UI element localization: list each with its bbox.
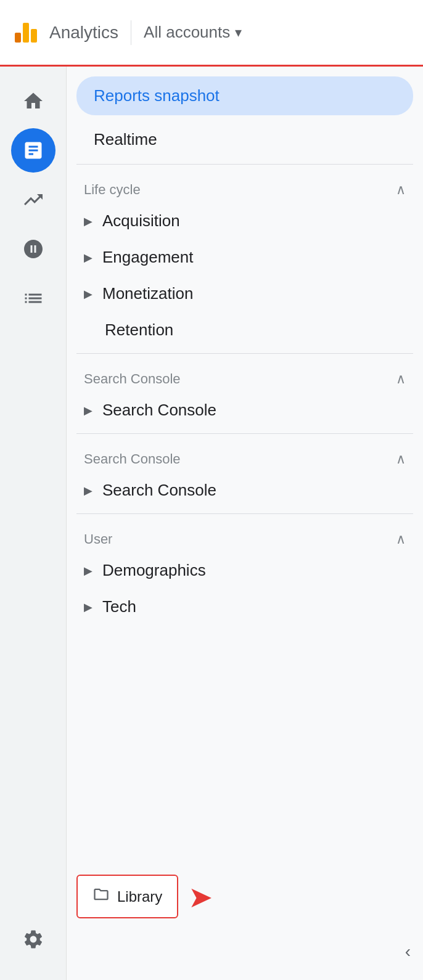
- monetization-arrow-icon: ▶: [84, 287, 92, 301]
- search-console-2-arrow-icon: ▶: [84, 484, 92, 497]
- search-console-2-label: Search Console: [102, 481, 216, 500]
- search-console-section-2-header[interactable]: Search Console ∧: [67, 439, 423, 472]
- bar-chart-icon: [22, 139, 44, 161]
- sidebar-item-home[interactable]: [11, 79, 55, 123]
- divider-2: [76, 353, 413, 354]
- library-label: Library: [117, 888, 162, 905]
- search-console-section-1-label: Search Console: [84, 371, 181, 387]
- search-console-section-2-label: Search Console: [84, 451, 181, 467]
- analytics-logo: [15, 23, 37, 43]
- logo-bar-tall: [23, 23, 29, 43]
- engagement-item[interactable]: ▶ Engagement: [67, 239, 423, 276]
- search-console-1-chevron-icon: ∧: [396, 371, 406, 387]
- header-divider: [131, 20, 131, 45]
- divider-1: [76, 164, 413, 165]
- acquisition-item[interactable]: ▶ Acquisition: [67, 203, 423, 239]
- red-arrow-icon: ➤: [188, 880, 213, 914]
- demographics-arrow-icon: ▶: [84, 564, 92, 578]
- home-icon: [22, 90, 44, 112]
- search-console-section-1-header[interactable]: Search Console ∧: [67, 359, 423, 392]
- sidebar-item-reports[interactable]: [11, 128, 55, 173]
- search-console-item-2[interactable]: ▶ Search Console: [67, 472, 423, 508]
- list-icon: [22, 287, 44, 309]
- collapse-sidebar-button[interactable]: ‹: [405, 942, 411, 962]
- demographics-item[interactable]: ▶ Demographics: [67, 552, 423, 589]
- engagement-arrow-icon: ▶: [84, 251, 92, 264]
- app-title: Analytics: [49, 23, 118, 43]
- monetization-item[interactable]: ▶ Monetization: [67, 276, 423, 312]
- account-chevron-icon: ▾: [235, 25, 242, 41]
- user-section-label: User: [84, 531, 112, 547]
- search-console-item-1[interactable]: ▶ Search Console: [67, 392, 423, 428]
- retention-label: Retention: [105, 321, 173, 339]
- acquisition-label: Acquisition: [102, 211, 180, 231]
- monetization-label: Monetization: [102, 284, 193, 303]
- content-sidebar: Reports snapshot Realtime Life cycle ∧ ▶…: [67, 67, 423, 980]
- logo-bar-mid: [31, 29, 37, 43]
- sidebar-item-explore[interactable]: [11, 178, 55, 222]
- lifecycle-chevron-icon: ∧: [396, 182, 406, 198]
- reports-snapshot-item[interactable]: Reports snapshot: [76, 76, 413, 115]
- gear-icon: [22, 928, 44, 950]
- sidebar-item-settings[interactable]: [11, 917, 55, 962]
- sidebar-item-advertising[interactable]: [11, 227, 55, 271]
- main-layout: Reports snapshot Realtime Life cycle ∧ ▶…: [0, 67, 423, 980]
- retention-item[interactable]: Retention: [67, 312, 423, 348]
- search-console-2-chevron-icon: ∧: [396, 451, 406, 467]
- reports-snapshot-label: Reports snapshot: [94, 86, 220, 105]
- engagement-label: Engagement: [102, 248, 193, 267]
- top-header: Analytics All accounts ▾: [0, 0, 423, 67]
- demographics-label: Demographics: [102, 561, 206, 580]
- account-label: All accounts: [144, 23, 230, 42]
- divider-4: [76, 513, 413, 514]
- tech-label: Tech: [102, 597, 136, 616]
- divider-3: [76, 433, 413, 434]
- lifecycle-section-label: Life cycle: [84, 182, 141, 198]
- acquisition-arrow-icon: ▶: [84, 214, 92, 228]
- sidebar-item-configure[interactable]: [11, 276, 55, 321]
- library-section: Library ➤: [67, 875, 423, 918]
- tech-item[interactable]: ▶ Tech: [67, 589, 423, 625]
- lifecycle-section-header[interactable]: Life cycle ∧: [67, 169, 423, 203]
- icon-sidebar: [0, 67, 67, 980]
- realtime-item[interactable]: Realtime: [67, 120, 423, 159]
- tech-arrow-icon: ▶: [84, 600, 92, 614]
- library-button[interactable]: Library: [76, 875, 178, 918]
- collapse-icon: ‹: [405, 942, 411, 961]
- trending-icon: [22, 189, 44, 211]
- ads-click-icon: [22, 238, 44, 260]
- search-console-1-arrow-icon: ▶: [84, 404, 92, 417]
- library-folder-icon: [92, 886, 110, 907]
- realtime-label: Realtime: [94, 130, 157, 149]
- user-section-header[interactable]: User ∧: [67, 519, 423, 552]
- account-selector[interactable]: All accounts ▾: [144, 23, 242, 42]
- search-console-1-label: Search Console: [102, 401, 216, 420]
- user-chevron-icon: ∧: [396, 531, 406, 547]
- logo-bar-short: [15, 33, 21, 43]
